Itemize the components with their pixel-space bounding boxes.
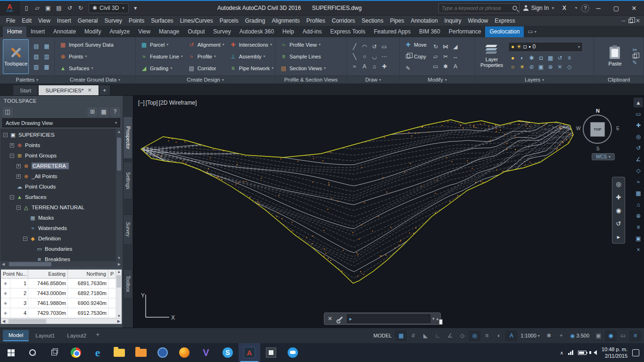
- import-survey-data-button[interactable]: ▦Import Survey Data: [58, 39, 115, 50]
- clean-screen-icon[interactable]: ▭: [617, 330, 629, 341]
- new-drawing-tab-button[interactable]: +: [99, 85, 110, 95]
- tree-item-breaklines[interactable]: ≋Breaklines: [0, 254, 116, 261]
- modify-panel-label[interactable]: Modify▾: [400, 75, 475, 83]
- column-point-number[interactable]: Point Nu...: [1, 270, 28, 278]
- toolspace-button[interactable]: Toolspace: [3, 39, 29, 74]
- menu-insert[interactable]: Insert: [54, 16, 74, 26]
- status-numeric-display[interactable]: ◉ 3.500: [568, 333, 592, 339]
- grading-button[interactable]: ◢Grading▾: [139, 62, 184, 74]
- layout-tab-layout2[interactable]: Layout2: [61, 330, 92, 341]
- ribbon-tab-modify[interactable]: Modify: [80, 26, 105, 37]
- viewcube-north[interactable]: N: [576, 108, 619, 114]
- ribbon-tab-bim-360[interactable]: BIM 360: [415, 26, 445, 37]
- menu-surfaces[interactable]: Surfaces: [148, 16, 176, 26]
- expand-icon[interactable]: +: [17, 174, 21, 179]
- expand-icon[interactable]: +: [10, 143, 14, 148]
- layer-on-icon[interactable]: ○: [508, 63, 517, 71]
- ortho-mode-icon[interactable]: ∟: [432, 330, 444, 341]
- viewport-visual-style-control[interactable]: [2D Wireframe]: [159, 99, 197, 106]
- new-file-icon[interactable]: ▯: [21, 3, 32, 13]
- layer-unlock-icon[interactable]: ⊘: [527, 63, 536, 71]
- event-viewer-icon[interactable]: ▥: [42, 52, 51, 61]
- edge-icon[interactable]: e: [87, 343, 108, 362]
- circle-icon[interactable]: ○: [360, 52, 369, 61]
- text-icon[interactable]: A: [360, 62, 369, 71]
- layer-settings-icon[interactable]: ◇: [565, 63, 574, 71]
- isometric-drafting-icon[interactable]: ◇: [456, 330, 468, 341]
- annotation-monitor-icon[interactable]: +: [555, 330, 567, 341]
- surface-boundary[interactable]: [141, 120, 573, 283]
- command-input[interactable]: ▸: [347, 314, 430, 323]
- application-menu-button[interactable]: A C3D: [0, 1, 20, 15]
- angle-icon[interactable]: ∠: [634, 154, 643, 164]
- quick-properties-icon[interactable]: ▣: [593, 330, 604, 341]
- tree-item-point-clouds[interactable]: ☁Point Clouds: [0, 181, 116, 192]
- close-button[interactable]: ✕: [625, 2, 643, 14]
- ribbon-display-toggle[interactable]: ▭ ▾: [528, 28, 536, 37]
- drawing-settings-icon[interactable]: ▨: [32, 62, 41, 72]
- rectangle-icon[interactable]: ▭: [380, 42, 389, 51]
- command-dock-grip[interactable]: [439, 319, 443, 325]
- ribbon-tab-manage[interactable]: Manage: [155, 26, 183, 37]
- viewcube-east[interactable]: E: [616, 126, 619, 131]
- panorama-palette-icon[interactable]: ▦: [42, 41, 51, 51]
- ribbon-tab-output[interactable]: Output: [183, 26, 209, 37]
- battery-icon[interactable]: [578, 351, 586, 355]
- ribbon-tab-geolocation[interactable]: Geolocation: [485, 26, 524, 37]
- tool-palettes-icon[interactable]: ▩: [42, 62, 51, 72]
- insert-block-icon[interactable]: ⌂: [370, 62, 379, 71]
- expand-icon[interactable]: +: [17, 164, 21, 168]
- save-icon[interactable]: ▣: [43, 3, 53, 13]
- ribbon-tab-featured-apps[interactable]: Featured Apps: [370, 26, 415, 37]
- layer-off-icon[interactable]: ●: [508, 54, 517, 62]
- feature-line-button[interactable]: ≈Feature Line▾: [139, 50, 184, 62]
- infer-constraints-icon[interactable]: ◣: [420, 330, 431, 341]
- lineweight-icon[interactable]: ≡: [481, 330, 493, 341]
- graphics-performance-icon[interactable]: ◉: [605, 330, 617, 341]
- cut-icon[interactable]: ✂: [632, 47, 637, 53]
- skype-icon[interactable]: S: [217, 343, 239, 362]
- toolspace-tab-settings[interactable]: Settings: [123, 162, 132, 199]
- menu-window[interactable]: Window: [465, 16, 492, 26]
- cell-icon[interactable]: ▣: [634, 233, 643, 243]
- toolspace-help-icon[interactable]: ?: [110, 107, 120, 116]
- orbit-icon[interactable]: ↺: [634, 143, 643, 153]
- messaging-app-icon[interactable]: [282, 343, 304, 362]
- menu-express[interactable]: Express: [491, 16, 518, 26]
- ribbon-tab-insert[interactable]: Insert: [26, 26, 49, 37]
- clock[interactable]: 10:48 p. m. 2/11/2015: [602, 346, 627, 359]
- search-icon[interactable]: [512, 6, 517, 10]
- arc-bottom-icon[interactable]: ◡: [370, 52, 379, 61]
- collapse-icon[interactable]: −: [10, 154, 14, 158]
- open-file-icon[interactable]: ▱: [32, 3, 42, 13]
- table-horizontal-scrollbar[interactable]: ◀▶: [1, 318, 122, 324]
- ribbon-tab-home[interactable]: Home: [3, 26, 26, 37]
- layer-delete-icon[interactable]: ✕: [555, 63, 564, 71]
- ribbon-tab-express-tools[interactable]: Express Tools: [326, 26, 369, 37]
- file-tab-superficies[interactable]: SUPERFICIES*✕: [39, 85, 98, 95]
- file-explorer-icon[interactable]: [108, 343, 130, 362]
- table-row[interactable]: ◈47429.7030m6912.7530m: [1, 308, 116, 318]
- blue-app-icon[interactable]: [152, 343, 173, 362]
- ground-data-panel-label[interactable]: Create Ground Data▾: [55, 75, 135, 83]
- corridor-button[interactable]: ▤Corridor: [186, 62, 226, 74]
- more-draw-icon[interactable]: ⋯: [380, 52, 389, 61]
- customization-icon[interactable]: ≡: [629, 330, 641, 341]
- layout-tab-model[interactable]: Model: [3, 330, 29, 341]
- survey-palette-icon[interactable]: ▧: [32, 52, 41, 61]
- help-search-input[interactable]: [441, 5, 511, 11]
- viewport-view-control[interactable]: [Top]: [146, 99, 158, 106]
- layer-match-icon[interactable]: ▦: [546, 54, 555, 62]
- curve-icon[interactable]: ≈: [634, 177, 643, 187]
- table-row[interactable]: ◈37461.9880m6900.9240m: [1, 298, 116, 308]
- station-icon[interactable]: ⌂: [634, 199, 643, 209]
- layer-thaw-icon[interactable]: ☀: [518, 63, 527, 71]
- tree-item-definition[interactable]: −◆Definition: [0, 233, 116, 244]
- profile-button[interactable]: ≈Profile▾: [186, 50, 226, 62]
- sign-in-button[interactable]: Sign In ▼: [523, 5, 555, 11]
- v-app-icon[interactable]: V: [195, 343, 217, 362]
- action-center-icon[interactable]: [632, 349, 639, 356]
- viewcube-top-face[interactable]: TOP: [590, 122, 605, 137]
- item-view-icon[interactable]: ◫: [3, 107, 12, 116]
- wcs-button[interactable]: WCS▾: [592, 153, 615, 160]
